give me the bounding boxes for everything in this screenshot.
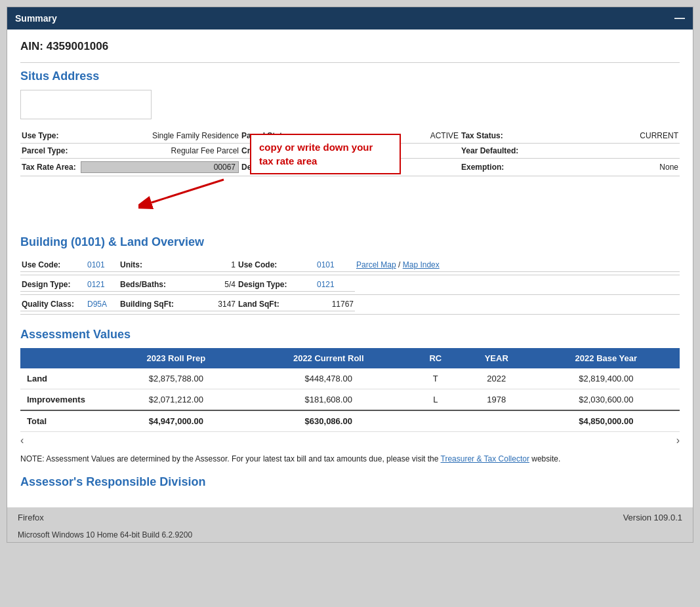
annotation-container: copy or write down your tax rate area (20, 176, 680, 229)
browser-version: Version 109.0.1 (623, 513, 682, 522)
note-text-after: website. (529, 454, 560, 463)
beds-baths-label: Beds/Baths: (119, 278, 204, 292)
table-header-row: 2023 Roll Prep 2022 Current Roll RC YEAR… (20, 348, 680, 368)
table-cell-category: Land (20, 368, 106, 389)
use-code2-label: Use Code: (237, 258, 316, 272)
situs-address-title: Situs Address (20, 69, 680, 83)
parcel-type-label: Parcel Type: (22, 146, 81, 155)
content-area: AIN: 4359001006 Situs Address Use Type: … (7, 29, 693, 506)
table-cell-current_roll: $630,086.00 (247, 410, 411, 432)
tax-rate-area-value: 00067 (81, 161, 239, 173)
table-cell-rc: L (411, 389, 461, 411)
tax-status-label: Tax Status: (461, 131, 520, 140)
building-fields: Use Code: 0101 Units: 1 Use Code: 0101 P… (20, 256, 680, 315)
link-separator: / (398, 260, 403, 269)
quality-class-label: Quality Class: (20, 298, 86, 311)
situs-address-box (20, 90, 152, 119)
scroll-hint: ‹ › (20, 432, 680, 449)
th-rc: RC (411, 348, 461, 368)
browser-name: Firefox (18, 513, 44, 522)
units-value: 1 (204, 258, 237, 272)
table-cell-current_roll: $181,608.00 (247, 389, 411, 411)
table-cell-year (461, 410, 533, 432)
parcel-type-field: Parcel Type: Regular Fee Parcel (20, 144, 240, 159)
ain-display: AIN: 4359001006 (20, 40, 680, 53)
table-cell-current_roll: $448,478.00 (247, 368, 411, 389)
annotation-text-line1: copy or write down your (259, 142, 373, 153)
table-cell-base_year: $2,819,400.00 (533, 368, 680, 389)
design-type2-value: 0121 (316, 278, 355, 292)
use-type-field: Use Type: Single Family Residence (20, 128, 240, 144)
year-defaulted-label: Year Defaulted: (461, 146, 520, 155)
use-type-label: Use Type: (22, 131, 81, 140)
exemption-field: Exemption: None (460, 159, 680, 176)
building-row2: Design Type: 0121 Beds/Baths: 5/4 Design… (20, 275, 680, 295)
svg-line-1 (152, 180, 224, 203)
table-cell-base_year: $4,850,000.00 (533, 410, 680, 432)
beds-baths-value: 5/4 (204, 278, 237, 292)
parcel-map-link[interactable]: Parcel Map (356, 260, 396, 269)
tax-status-field: Tax Status: CURRENT (460, 128, 680, 144)
design-type2-label: Design Type: (237, 278, 316, 292)
assessment-note: NOTE: Assessment Values are determined b… (20, 453, 680, 465)
parcel-type-value: Regular Fee Parcel (81, 146, 239, 155)
table-cell-year: 1978 (461, 389, 533, 411)
building-row3: Quality Class: D95A Building SqFt: 3147 … (20, 295, 680, 315)
year-defaulted-field: Year Defaulted: (460, 144, 680, 159)
building-sqft-value: 3147 (204, 298, 237, 311)
table-cell-rc (411, 410, 461, 432)
ain-value: 4359001006 (47, 40, 109, 52)
treasurer-link[interactable]: Treasurer & Tax Collector (441, 454, 529, 463)
design-type-value: 0121 (86, 278, 119, 292)
units-label: Units: (119, 258, 204, 272)
table-row: Land$2,875,788.00$448,478.00T2022$2,819,… (20, 368, 680, 389)
os-bar: Microsoft Windows 10 Home 64-bit Build 6… (7, 528, 693, 542)
th-category (20, 348, 106, 368)
assessment-table: 2023 Roll Prep 2022 Current Roll RC YEAR… (20, 348, 680, 432)
tax-rate-area-label: Tax Rate Area: (22, 163, 81, 172)
th-year: YEAR (461, 348, 533, 368)
ain-label: AIN: (20, 40, 43, 52)
use-type-value: Single Family Residence (81, 131, 239, 140)
th-current-roll: 2022 Current Roll (247, 348, 411, 368)
tax-rate-area-field: Tax Rate Area: 00067 (20, 159, 240, 176)
table-cell-year: 2022 (461, 368, 533, 389)
use-code-value: 0101 (86, 258, 119, 272)
table-cell-category: Total (20, 410, 106, 432)
table-row: Improvements$2,071,212.00$181,608.00L197… (20, 389, 680, 411)
assessor-division-title: Assessor's Responsible Division (20, 475, 680, 489)
window-title: Summary (15, 13, 57, 24)
table-cell-roll_prep: $2,875,788.00 (106, 368, 247, 389)
note-text-before: NOTE: Assessment Values are determined b… (20, 454, 441, 463)
quality-class-value: D95A (86, 298, 119, 311)
exemption-label: Exemption: (461, 163, 520, 172)
table-cell-rc: T (411, 368, 461, 389)
land-sqft-label: Land SqFt: (237, 298, 316, 311)
design-type-label: Design Type: (20, 278, 86, 292)
land-sqft-value: 11767 (316, 298, 355, 311)
os-info: Microsoft Windows 10 Home 64-bit Build 6… (18, 530, 192, 539)
divider-1 (20, 62, 680, 63)
exemption-value: None (520, 163, 678, 172)
scroll-left-icon[interactable]: ‹ (20, 435, 24, 446)
table-cell-category: Improvements (20, 389, 106, 411)
table-row: Total$4,947,000.00$630,086.00$4,850,000.… (20, 410, 680, 432)
annotation-text-line2: tax rate area (259, 155, 317, 166)
main-window: Summary — AIN: 4359001006 Situs Address … (7, 7, 693, 543)
th-roll-prep: 2023 Roll Prep (106, 348, 247, 368)
title-bar: Summary — (7, 7, 693, 29)
building-row1: Use Code: 0101 Units: 1 Use Code: 0101 P… (20, 256, 680, 275)
scroll-right-icon[interactable]: › (676, 435, 680, 446)
parcel-map-links: Parcel Map / Map Index (355, 258, 680, 272)
th-base-year: 2022 Base Year (533, 348, 680, 368)
browser-bar: Firefox Version 109.0.1 (7, 507, 693, 528)
row3-annotation-wrapper: Tax Rate Area: 00067 Delete Date: Exempt… (20, 159, 680, 229)
table-cell-roll_prep: $2,071,212.00 (106, 389, 247, 411)
table-cell-roll_prep: $4,947,000.00 (106, 410, 247, 432)
building-overview-title: Building (0101) & Land Overview (20, 235, 680, 249)
use-code2-value: 0101 (316, 258, 355, 272)
assessment-table-wrapper: 2023 Roll Prep 2022 Current Roll RC YEAR… (20, 348, 680, 432)
map-index-link[interactable]: Map Index (403, 260, 440, 269)
minimize-button[interactable]: — (674, 12, 685, 24)
assessment-values-title: Assessment Values (20, 328, 680, 342)
